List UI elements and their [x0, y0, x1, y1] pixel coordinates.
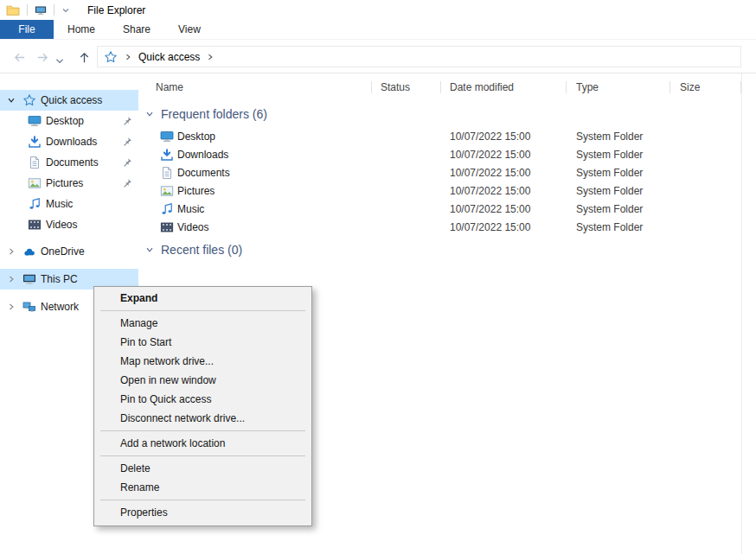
file-explorer-window: File Explorer File Home Share View Quick…: [0, 0, 756, 554]
menu-item-properties[interactable]: Properties: [94, 503, 311, 522]
table-row-downloads[interactable]: Downloads 10/07/2022 15:00 System Folder: [138, 146, 741, 164]
back-button[interactable]: [11, 49, 27, 65]
cell-type: System Folder: [576, 182, 643, 201]
videos-icon: [28, 218, 42, 232]
sidebar-item-label: Downloads: [46, 136, 97, 148]
address-bar[interactable]: Quick access: [97, 46, 741, 67]
sidebar-item-desktop[interactable]: Desktop: [0, 111, 138, 131]
cell-type: System Folder: [576, 146, 643, 164]
menu-separator: [100, 500, 305, 500]
videos-icon: [160, 220, 174, 234]
menu-item-rename[interactable]: Rename: [94, 478, 311, 497]
table-row-documents[interactable]: Documents 10/07/2022 15:00 System Folder: [138, 164, 741, 182]
menu-item-delete[interactable]: Delete: [94, 459, 311, 478]
this-pc-icon: [22, 272, 36, 286]
tab-file[interactable]: File: [0, 20, 54, 39]
cell-date-modified: 10/07/2022 15:00: [450, 164, 530, 182]
quick-access-star-icon: [22, 93, 36, 107]
column-header-row: Name Status Date modified Type Size: [138, 76, 741, 99]
menu-item-pin-to-start[interactable]: Pin to Start: [94, 333, 311, 352]
sidebar-item-label: Documents: [46, 156, 99, 169]
breadcrumb-chevron-icon[interactable]: [206, 53, 215, 61]
downloads-icon: [160, 148, 174, 162]
desktop-icon: [28, 114, 42, 128]
forward-arrow-icon: [36, 51, 49, 64]
column-header-label: Date modified: [450, 81, 514, 93]
cell-type: System Folder: [576, 128, 643, 146]
group-label: Recent files (0): [161, 243, 242, 257]
table-row-desktop[interactable]: Desktop 10/07/2022 15:00 System Folder: [138, 128, 741, 146]
sidebar-item-downloads[interactable]: Downloads: [0, 131, 138, 152]
navigation-bar: Quick access: [0, 40, 756, 73]
documents-icon: [28, 156, 42, 169]
cell-name: Music: [177, 201, 204, 219]
column-header-date-modified[interactable]: Date modified: [441, 76, 567, 99]
menu-item-add-network-location[interactable]: Add a network location: [94, 434, 311, 453]
column-header-name[interactable]: Name: [138, 76, 372, 99]
menu-separator: [100, 455, 305, 456]
sidebar-item-music[interactable]: Music: [0, 194, 138, 214]
sidebar-item-label: Music: [46, 198, 73, 210]
sidebar-item-label: OneDrive: [41, 245, 85, 258]
sidebar-item-quick-access[interactable]: Quick access: [0, 90, 138, 111]
customize-toolbar-chevron-icon[interactable]: [61, 6, 70, 15]
column-header-status[interactable]: Status: [372, 76, 441, 99]
table-row-music[interactable]: Music 10/07/2022 15:00 System Folder: [138, 201, 741, 219]
recent-locations-dropdown[interactable]: [54, 53, 65, 68]
tab-share[interactable]: Share: [109, 20, 164, 39]
chevron-right-icon[interactable]: [7, 302, 16, 311]
breadcrumb-chevron-icon[interactable]: [124, 53, 132, 61]
sidebar-item-label: Pictures: [46, 177, 83, 189]
cell-date-modified: 10/07/2022 15:00: [450, 128, 530, 146]
pictures-icon: [28, 176, 42, 190]
table-row-videos[interactable]: Videos 10/07/2022 15:00 System Folder: [138, 219, 741, 237]
pin-icon: [122, 178, 132, 188]
menu-item-expand[interactable]: Expand: [94, 289, 311, 308]
documents-icon: [160, 166, 174, 180]
chevron-down-icon: [54, 54, 65, 67]
sidebar-item-pictures[interactable]: Pictures: [0, 173, 138, 194]
column-header-type[interactable]: Type: [567, 76, 670, 99]
cell-name: Videos: [177, 219, 208, 237]
scrollbar-track[interactable]: [741, 73, 742, 554]
column-header-size[interactable]: Size: [670, 76, 741, 99]
cell-date-modified: 10/07/2022 15:00: [450, 219, 530, 237]
cell-name: Desktop: [177, 128, 215, 146]
back-arrow-icon: [13, 51, 26, 64]
up-arrow-icon: [78, 51, 91, 64]
music-icon: [160, 202, 174, 216]
cell-type: System Folder: [576, 201, 643, 219]
cell-date-modified: 10/07/2022 15:00: [450, 182, 530, 201]
group-header-recent-files[interactable]: Recent files (0): [145, 241, 242, 258]
menu-item-disconnect-network-drive[interactable]: Disconnect network drive...: [94, 409, 311, 428]
tab-view[interactable]: View: [164, 20, 215, 39]
menu-item-manage[interactable]: Manage: [94, 314, 311, 333]
cell-date-modified: 10/07/2022 15:00: [450, 146, 530, 164]
cell-type: System Folder: [576, 219, 643, 237]
cell-name: Pictures: [177, 182, 215, 201]
menu-item-map-network-drive[interactable]: Map network drive...: [94, 352, 311, 371]
menu-separator: [100, 430, 305, 431]
sidebar-item-documents[interactable]: Documents: [0, 152, 138, 173]
chevron-down-icon[interactable]: [7, 96, 16, 105]
column-header-label: Type: [576, 81, 599, 93]
up-button[interactable]: [76, 49, 92, 65]
chevron-right-icon[interactable]: [7, 275, 16, 283]
menu-separator: [100, 310, 305, 311]
group-label: Frequent folders (6): [161, 107, 267, 121]
menu-item-pin-to-quick-access[interactable]: Pin to Quick access: [94, 390, 311, 409]
tab-home[interactable]: Home: [54, 20, 109, 39]
group-header-frequent-folders[interactable]: Frequent folders (6): [145, 105, 267, 123]
sidebar-item-videos[interactable]: Videos: [0, 214, 138, 235]
breadcrumb-location[interactable]: Quick access: [138, 51, 200, 63]
cell-date-modified: 10/07/2022 15:00: [450, 201, 530, 219]
forward-button[interactable]: [35, 49, 50, 65]
ribbon-tabs: File Home Share View: [0, 20, 756, 40]
computer-icon[interactable]: [35, 4, 47, 16]
toolbar-divider: [27, 4, 28, 16]
menu-item-open-in-new-window[interactable]: Open in new window: [94, 371, 311, 390]
music-icon: [28, 197, 42, 211]
table-row-pictures[interactable]: Pictures 10/07/2022 15:00 System Folder: [138, 182, 741, 201]
sidebar-item-onedrive[interactable]: OneDrive: [0, 241, 138, 262]
chevron-right-icon[interactable]: [7, 247, 16, 256]
